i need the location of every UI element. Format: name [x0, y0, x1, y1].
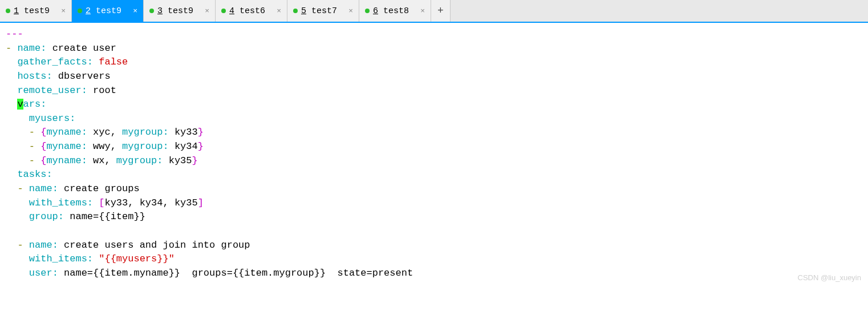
- close-icon[interactable]: ×: [132, 7, 139, 15]
- close-icon[interactable]: ×: [347, 7, 354, 15]
- cursor-highlight: v: [17, 99, 23, 110]
- tab-bar: 1 test9×2 test9×3 test9×4 test6×5 test7×…: [0, 0, 868, 23]
- close-icon[interactable]: ×: [419, 7, 426, 15]
- val-false: false: [99, 56, 128, 67]
- brace-close: }: [192, 155, 198, 166]
- tab-3[interactable]: 3 test9×: [144, 0, 216, 22]
- val-ky34: ky34: [140, 197, 163, 208]
- new-tab-button[interactable]: +: [431, 0, 451, 22]
- key-myusers: myusers: [29, 113, 70, 124]
- code-editor[interactable]: --- - name: create user gather_facts: fa…: [0, 23, 868, 285]
- key-group: group: [29, 211, 58, 222]
- list-dash: -: [29, 141, 35, 152]
- key-name: name: [29, 240, 52, 251]
- colon: :: [58, 211, 64, 222]
- colon: :: [46, 71, 52, 82]
- key-myname: myname: [46, 141, 81, 152]
- comma: ,: [163, 197, 168, 208]
- comma: ,: [104, 155, 110, 166]
- colon: :: [46, 169, 52, 180]
- key-with-items: with_items: [29, 197, 87, 208]
- tab-filename: test7: [311, 6, 337, 16]
- tab-number: 2: [86, 6, 91, 16]
- tab-number: 5: [301, 6, 306, 16]
- watermark: CSDN @liu_xueyin: [798, 273, 861, 282]
- tab-5[interactable]: 5 test7×: [287, 0, 359, 22]
- key-name: name: [17, 43, 40, 54]
- key-vars-rest: ars: [23, 99, 41, 110]
- colon: :: [163, 127, 168, 138]
- key-user: user: [29, 268, 52, 278]
- tab-label: 6 test8: [373, 6, 416, 16]
- modified-dot-icon: [221, 9, 226, 13]
- list-dash: -: [29, 155, 35, 166]
- key-mygroup: mygroup: [122, 127, 163, 138]
- brace-open: {: [40, 141, 46, 152]
- colon: :: [82, 85, 87, 96]
- tab-label: 5 test7: [301, 6, 344, 16]
- key-mygroup: mygroup: [116, 155, 157, 166]
- comma: ,: [111, 141, 116, 152]
- key-gather-facts: gather_facts: [17, 56, 87, 67]
- brace-open: {: [40, 127, 46, 138]
- val-user-expr: name={{item.myname}} groups={{item.mygro…: [64, 268, 413, 278]
- list-dash: -: [29, 127, 35, 138]
- tab-6[interactable]: 6 test8×: [359, 0, 431, 22]
- close-icon[interactable]: ×: [275, 7, 282, 15]
- modified-dot-icon: [293, 9, 298, 13]
- tab-filename: test6: [240, 6, 265, 16]
- key-name: name: [29, 183, 52, 194]
- key-remote-user: remote_user: [17, 85, 81, 96]
- tab-label: 3 test9: [157, 6, 200, 16]
- val-create-user: create user: [52, 43, 116, 54]
- tab-number: 4: [229, 6, 234, 16]
- tab-4[interactable]: 4 test6×: [216, 0, 287, 22]
- val-wwy: wwy: [93, 141, 111, 152]
- brace-open: {: [40, 155, 46, 166]
- comma: ,: [128, 197, 133, 208]
- modified-dot-icon: [6, 9, 10, 13]
- key-mygroup: mygroup: [122, 141, 163, 152]
- key-with-items: with_items: [29, 253, 87, 264]
- tab-number: 1: [14, 6, 19, 16]
- key-tasks: tasks: [17, 169, 46, 180]
- tab-1[interactable]: 1 test9×: [0, 0, 72, 22]
- key-myname: myname: [46, 155, 81, 166]
- tab-filename: test9: [96, 6, 121, 16]
- colon: :: [40, 43, 46, 54]
- close-icon[interactable]: ×: [204, 7, 210, 15]
- colon: :: [52, 183, 58, 194]
- bracket-close: ]: [198, 197, 204, 208]
- val-ky33: ky33: [104, 197, 128, 208]
- comma: ,: [111, 127, 116, 138]
- colon: :: [157, 155, 163, 166]
- colon: :: [52, 240, 58, 251]
- list-dash: -: [17, 183, 23, 194]
- bracket-open: [: [99, 197, 104, 208]
- tab-label: 2 test9: [86, 6, 128, 16]
- val-root: root: [93, 85, 116, 96]
- colon: :: [87, 56, 93, 67]
- modified-dot-icon: [78, 9, 82, 13]
- colon: :: [82, 155, 87, 166]
- tab-filename: test9: [168, 6, 193, 16]
- val-create-groups: create groups: [64, 183, 140, 194]
- tab-label: 1 test9: [14, 6, 56, 16]
- val-myusers-tmpl: "{{myusers}}": [99, 253, 175, 264]
- brace-close: }: [198, 127, 204, 138]
- val-wx: wx: [93, 155, 104, 166]
- val-dbservers: dbservers: [58, 71, 111, 82]
- colon: :: [163, 141, 168, 152]
- brace-close: }: [198, 141, 204, 152]
- tab-filename: test8: [383, 6, 409, 16]
- val-ky33: ky33: [175, 127, 198, 138]
- colon: :: [87, 253, 93, 264]
- modified-dot-icon: [149, 9, 154, 13]
- colon: :: [82, 141, 87, 152]
- colon: :: [40, 99, 46, 110]
- close-icon[interactable]: ×: [60, 7, 67, 15]
- val-ky34: ky34: [175, 141, 198, 152]
- modified-dot-icon: [365, 9, 370, 13]
- val-ky35: ky35: [175, 197, 198, 208]
- tab-2[interactable]: 2 test9×: [72, 0, 144, 22]
